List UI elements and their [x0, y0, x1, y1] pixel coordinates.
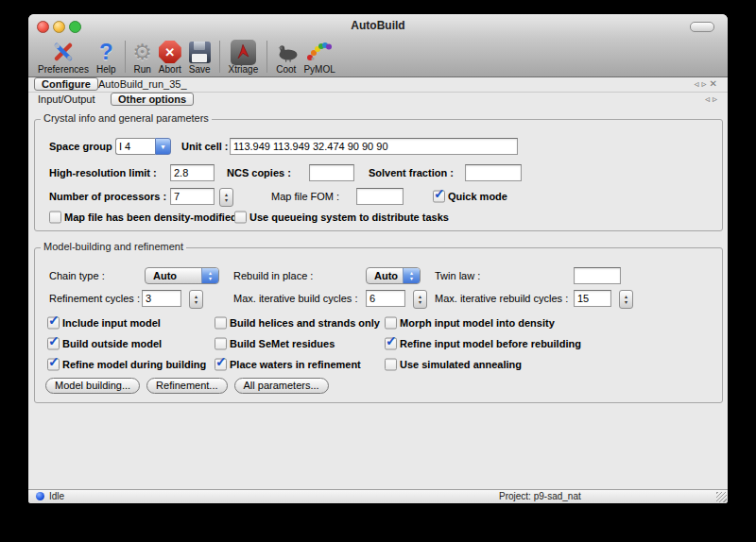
pymol-button[interactable]: PyMOL [300, 37, 338, 75]
quick-mode-label: Quick mode [448, 191, 507, 202]
map-fom-input[interactable] [356, 188, 404, 205]
twin-law-label: Twin law : [435, 270, 480, 281]
model-row-2: Refinement cycles : ▴▾ Max. iterative bu… [28, 289, 728, 308]
status-state: Idle [49, 491, 64, 501]
popup-arrows-icon[interactable]: ▴▾ [201, 268, 218, 283]
status-bar: Idle Project: p9-sad_nat [28, 489, 728, 503]
title-bar[interactable]: AutoBuild [28, 14, 728, 38]
refine-input-before-checkbox[interactable]: ✓ [385, 338, 397, 350]
tab-close-icon[interactable]: ✕ [710, 78, 720, 89]
chain-type-popup[interactable]: Auto ▴▾ [145, 267, 219, 284]
question-mark-icon: ? [99, 40, 113, 64]
chevron-down-icon[interactable]: ▼ [155, 138, 171, 155]
model-row-1: Chain type : Auto ▴▾ Rebuild in place : … [28, 266, 728, 285]
high-res-label: High-resolution limit : [49, 167, 157, 178]
xtriage-button[interactable]: Xtriage [225, 37, 263, 75]
stepper-down-icon[interactable]: ▾ [225, 197, 228, 203]
toolbar-button-label: Coot [272, 64, 300, 75]
include-input-model-checkbox[interactable]: ✓ [47, 317, 60, 330]
place-waters-label: Place waters in refinement [230, 359, 361, 370]
max-rebuild-cycles-stepper[interactable]: ▴▾ [619, 290, 633, 309]
toolbar-toggle-button[interactable] [690, 22, 714, 32]
refine-during-building-checkbox[interactable]: ✓ [47, 359, 60, 371]
morph-input-label: Morph input model into density [400, 317, 555, 329]
refinement-cycles-stepper[interactable]: ▴▾ [189, 290, 203, 309]
unit-cell-input[interactable] [230, 138, 518, 155]
include-input-model-label: Include input model [62, 317, 161, 329]
popup-arrows-icon[interactable]: ▴▾ [403, 268, 420, 283]
max-build-cycles-stepper[interactable]: ▴▾ [413, 290, 427, 309]
options-panel: Crystal info and general parameters Spac… [28, 107, 728, 490]
max-build-cycles-input[interactable] [366, 290, 405, 307]
quick-mode-checkbox[interactable]: ✓ [433, 191, 445, 203]
space-group-field[interactable] [115, 138, 155, 155]
solvent-fraction-label: Solvent fraction : [369, 167, 454, 178]
pymol-helix-icon [306, 40, 333, 64]
page-tab-bar: Input/Output Other options ◃▹ [28, 93, 728, 107]
help-button[interactable]: ? Help [93, 37, 120, 75]
build-outside-checkbox[interactable]: ✓ [47, 338, 60, 350]
document-tab-bar: Configure AutoBuild_run_35_ ◃▹✕ [28, 77, 728, 93]
app-window: AutoBuild Preferences ? Help ⚙ Run [28, 14, 728, 503]
gear-icon: ⚙ [132, 40, 152, 64]
page-tab-nav-controls[interactable]: ◃▹ [705, 93, 720, 104]
abort-button[interactable]: ✕ Abort [155, 37, 185, 75]
floppy-disk-icon [189, 40, 211, 64]
max-rebuild-cycles-label: Max. iterative rebuild cycles : [435, 293, 568, 304]
high-res-input[interactable] [170, 164, 215, 181]
max-build-cycles-label: Max. iterative build cycles : [233, 293, 357, 304]
save-button[interactable]: Save [185, 37, 215, 75]
xtriage-logo-icon [231, 40, 256, 64]
toolbar-button-label: Abort [155, 64, 185, 75]
simulated-annealing-checkbox[interactable]: ✓ [385, 359, 397, 371]
refinement-cycles-input[interactable] [142, 290, 181, 307]
queueing-checkbox[interactable]: ✓ [234, 212, 247, 224]
chain-type-label: Chain type : [49, 270, 105, 281]
space-group-label: Space group : [49, 141, 118, 152]
tab-configure[interactable]: Configure [34, 77, 98, 91]
solvent-fraction-input[interactable] [465, 164, 522, 181]
all-parameters-button[interactable]: All parameters... [234, 378, 329, 394]
rebuild-in-place-popup[interactable]: Auto ▴▾ [366, 267, 421, 284]
morph-input-checkbox[interactable]: ✓ [385, 317, 397, 330]
density-modified-label: Map file has been density-modified [64, 212, 237, 223]
crystal-row-2: High-resolution limit : NCS copies : Sol… [28, 163, 728, 182]
resize-grip[interactable] [716, 492, 727, 502]
build-helices-checkbox[interactable]: ✓ [215, 317, 227, 330]
tab-next-icon[interactable]: ▹ [713, 93, 720, 104]
ncs-copies-input[interactable] [309, 164, 354, 181]
tab-nav-controls[interactable]: ◃▹✕ [695, 78, 720, 89]
max-rebuild-cycles-input[interactable] [574, 290, 611, 307]
space-group-combobox[interactable]: ▼ [115, 138, 171, 155]
model-building-params-button[interactable]: Model building... [45, 378, 140, 394]
run-button[interactable]: ⚙ Run [130, 37, 155, 75]
build-semet-label: Build SeMet residues [230, 338, 335, 349]
rebuild-in-place-value: Auto [367, 268, 403, 283]
toolbar-separator [266, 41, 267, 73]
place-waters-checkbox[interactable]: ✓ [215, 359, 227, 371]
density-modified-checkbox[interactable]: ✓ [49, 212, 61, 224]
model-checkbox-row-2: ✓ Build outside model ✓ Build SeMet resi… [28, 334, 728, 353]
twin-law-input[interactable] [574, 267, 621, 284]
build-semet-checkbox[interactable]: ✓ [215, 338, 227, 350]
tab-other-options[interactable]: Other options [111, 93, 194, 106]
tab-autobuild-run[interactable]: AutoBuild_run_35_ [98, 78, 187, 91]
nproc-input[interactable] [170, 188, 215, 205]
unit-cell-label: Unit cell : [181, 141, 229, 152]
nproc-stepper[interactable]: ▴▾ [219, 188, 233, 207]
crystal-row-1: Space group : ▼ Unit cell : [28, 137, 728, 156]
tab-prev-icon[interactable]: ◃ [695, 78, 702, 89]
toolbar-button-label: Run [130, 64, 155, 75]
preferences-button[interactable]: Preferences [34, 37, 93, 75]
model-building-group-title: Model-building and refinement [41, 241, 186, 253]
window-title: AutoBuild [28, 14, 728, 38]
rebuild-in-place-label: Rebuild in place : [233, 270, 313, 281]
toolbar-separator [219, 41, 220, 73]
tab-prev-icon[interactable]: ◃ [705, 93, 713, 104]
map-fom-label: Map file FOM : [271, 191, 339, 202]
chain-type-value: Auto [146, 268, 201, 283]
tab-input-output[interactable]: Input/Output [38, 93, 95, 106]
refinement-params-button[interactable]: Refinement... [146, 378, 227, 394]
tab-next-icon[interactable]: ▹ [702, 78, 710, 89]
coot-button[interactable]: Coot [272, 37, 300, 75]
